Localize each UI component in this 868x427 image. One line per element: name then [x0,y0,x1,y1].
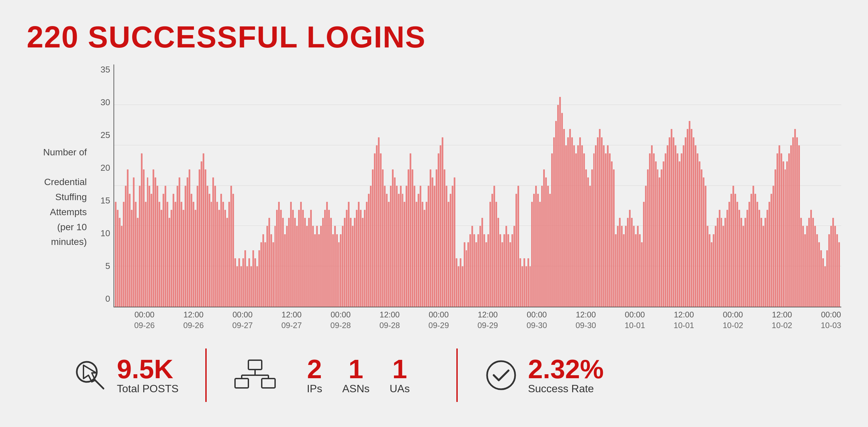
bar [288,218,290,307]
bar [382,169,383,307]
bar [414,186,415,307]
bar [228,202,230,307]
bar [248,258,250,307]
bar [189,169,190,307]
bar [320,226,322,307]
bar [792,137,794,307]
bar [121,226,123,307]
chart-area: Number ofCredentialStuffingAttempts(per … [27,64,841,330]
bar [669,137,670,307]
bar [163,194,164,307]
bar [726,210,728,307]
bar [292,210,294,307]
bar [179,177,180,307]
bar [611,161,613,307]
bar [446,186,447,307]
bar [617,226,619,307]
bar [168,218,170,307]
bar [416,202,417,307]
bar [798,145,800,307]
bar [507,234,509,307]
bar [722,226,724,307]
bar [214,186,216,307]
bar [657,169,659,307]
bar [565,145,567,307]
bar [422,202,423,307]
bar [386,194,388,307]
bar [135,202,136,307]
bar [543,169,545,307]
bar [778,145,780,307]
stats-row: 9.5K Total POSTS [27,337,841,414]
network-stats: 2 IPs 1 ASNs 1 UAs [213,356,450,395]
bar [691,129,692,307]
bar [525,266,527,307]
bar [744,218,746,307]
x-axis-labels: 00:0009-2612:0009-2600:0009-2712:0009-27… [134,307,841,330]
bar [246,266,248,307]
page-title: 220 SUCCESSFUL LOGINS [27,20,841,54]
bar [651,145,653,307]
bar [177,186,178,307]
bar [790,145,792,307]
bar [456,258,457,307]
bar [310,210,312,307]
bar [545,177,547,307]
bar [615,234,617,307]
bar [302,210,304,307]
bar [216,202,218,307]
bar [235,258,236,307]
bar [828,234,830,307]
bar [509,242,511,307]
checkmark-icon [485,359,518,392]
total-posts-value: 9.5K [117,356,179,382]
bar [752,186,754,307]
bar [372,169,374,307]
bar [637,226,639,307]
x-label-group: 00:0009-29 [428,310,449,330]
cursor-icon [73,359,107,392]
bar [585,169,587,307]
x-label-group: 00:0009-30 [526,310,547,330]
bar [780,153,782,307]
x-axis: 00:0009-2612:0009-2600:0009-2712:0009-27… [93,307,841,330]
bar [741,218,742,307]
bar [531,202,533,307]
bar [767,210,768,307]
bar [539,202,541,307]
bar [207,186,208,307]
bar [625,226,627,307]
bar [312,226,314,307]
bar [607,145,609,307]
bar [665,153,666,307]
bar [300,202,302,307]
uas-stat: 1 UAs [390,356,410,395]
bar [681,153,682,307]
y-axis-numbers: 35 30 25 20 15 10 5 0 [93,64,114,307]
x-label-group: 00:0010-01 [625,310,645,330]
bar [250,266,252,307]
bar [290,202,292,307]
bar [653,153,655,307]
bar [818,242,820,307]
success-rate-value: 2.32% [528,356,603,382]
bar [469,234,471,307]
bar [166,202,168,307]
bar [583,153,585,307]
bar [577,145,579,307]
bar [697,153,699,307]
bar [567,137,569,307]
bar [374,153,376,307]
bar [370,186,372,307]
bar [593,153,595,307]
bar [230,186,232,307]
bar [350,218,351,307]
bar [484,234,485,307]
svg-point-12 [487,361,515,389]
bar [621,226,623,307]
uas-label: UAs [390,382,410,395]
bar [711,242,712,307]
bar [589,186,591,307]
bar [260,242,262,307]
bar [601,137,602,307]
